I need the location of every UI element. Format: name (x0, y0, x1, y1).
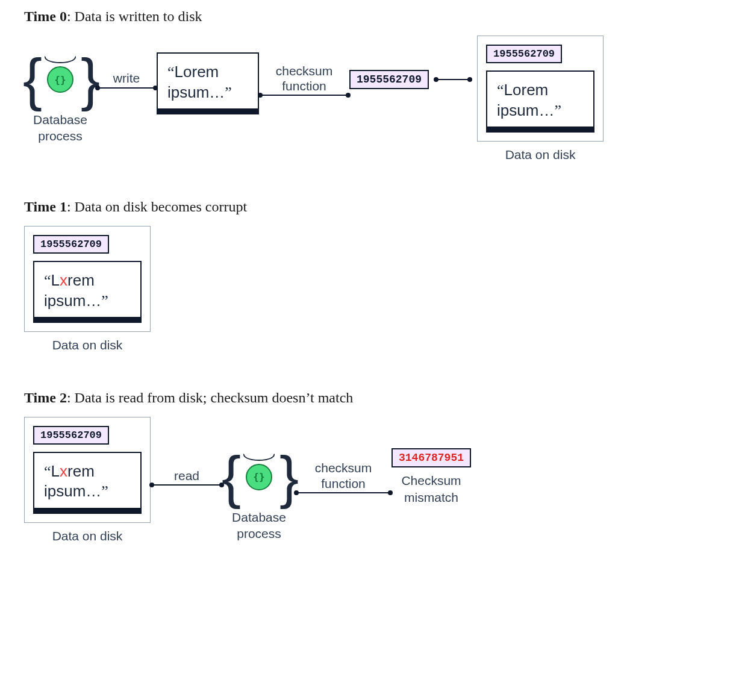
time1-title-rest: : Data on disk becomes corrupt (67, 199, 247, 214)
disk-icon: 1955562709 “Lorem ipsum…” (477, 36, 604, 142)
database-process-icon-2: {} {} (223, 450, 295, 504)
d2-post: rem (67, 462, 95, 480)
time2-row: 1955562709 “Lxrem ipsum…” Data on disk r… (24, 417, 706, 544)
time0-title-rest: : Data is written to disk (67, 8, 202, 24)
time2-title-bold: Time 2 (24, 390, 67, 405)
time1-title-bold: Time 1 (24, 199, 67, 214)
d1-pre: L (51, 271, 60, 289)
checksum-chip-0: 1955562709 (349, 52, 429, 107)
d1-l2: ipsum… (44, 292, 101, 310)
d1-post: rem (67, 271, 95, 289)
db-process-node-0: {} {} Database process (24, 52, 96, 145)
time2-title: Time 2: Data is read from disk; checksum… (24, 390, 706, 406)
disk-label-2: Data on disk (52, 528, 123, 544)
disk-document-0: “Lorem ipsum…” (486, 70, 594, 133)
diskdoc0-l2: ipsum… (497, 101, 554, 119)
checksum-value-0: 1955562709 (349, 70, 429, 89)
disk-checksum-2: 1955562709 (33, 426, 109, 445)
disk-node-2: 1955562709 “Lxrem ipsum…” Data on disk (24, 417, 151, 544)
doc0-l2: ipsum… (167, 83, 225, 101)
disk-label-1: Data on disk (52, 337, 123, 353)
diskdoc0-l1: Lorem (504, 81, 549, 99)
d2-bad: x (60, 462, 67, 480)
arrow-write: write (96, 52, 157, 107)
arrow-checksum-2: checksum function (295, 417, 392, 537)
arrow-checksum-0: checksum function (259, 52, 349, 107)
database-process-icon: {} {} (24, 52, 96, 107)
time0-title-bold: Time 0 (24, 8, 67, 24)
d2-pre: L (51, 462, 60, 480)
checksum-chip-2: 3146787951 Checksum mismatch (392, 417, 471, 537)
db-process-label-0: Database process (33, 111, 87, 145)
arrow-checksum-0-label: checksum function (276, 63, 333, 93)
arrow-read: read (151, 417, 223, 537)
arrow-checksum-2-label: checksum function (315, 460, 372, 490)
time1-row: 1955562709 “Lxrem ipsum…” Data on disk (24, 226, 706, 353)
time1-title: Time 1: Data on disk becomes corrupt (24, 199, 706, 215)
time0-title: Time 0: Data is written to disk (24, 8, 706, 25)
disk-label-0: Data on disk (505, 146, 576, 163)
disk-node-1: 1955562709 “Lxrem ipsum…” Data on disk (24, 226, 151, 353)
disk-node-0: 1955562709 “Lorem ipsum…” Data on disk (477, 36, 604, 163)
disk-icon-2: 1955562709 “Lxrem ipsum…” (24, 417, 151, 523)
doc0-l1: Lorem (175, 63, 219, 81)
disk-document-1: “Lxrem ipsum…” (33, 261, 142, 323)
d1-bad: x (60, 271, 67, 289)
mismatch-label: Checksum mismatch (401, 472, 461, 505)
time0-row: {} {} Database process write “Lorem ipsu… (24, 36, 706, 163)
d2-l2: ipsum… (44, 482, 101, 500)
checksum-value-2: 3146787951 (392, 448, 471, 467)
time2-title-rest: : Data is read from disk; checksum doesn… (67, 390, 353, 405)
doc-node-0: “Lorem ipsum…” (157, 52, 259, 114)
arrow-to-disk-0 (429, 52, 477, 107)
disk-checksum-0: 1955562709 (486, 45, 562, 63)
document-icon: “Lorem ipsum…” (157, 52, 259, 114)
arrow-write-label: write (113, 70, 140, 86)
arrow-read-label: read (174, 468, 199, 483)
disk-checksum-1: 1955562709 (33, 235, 109, 254)
db-process-node-2: {} {} Database process (223, 450, 295, 542)
disk-icon-1: 1955562709 “Lxrem ipsum…” (24, 226, 151, 332)
disk-document-2: “Lxrem ipsum…” (33, 452, 142, 514)
db-process-label-2: Database process (232, 509, 286, 542)
